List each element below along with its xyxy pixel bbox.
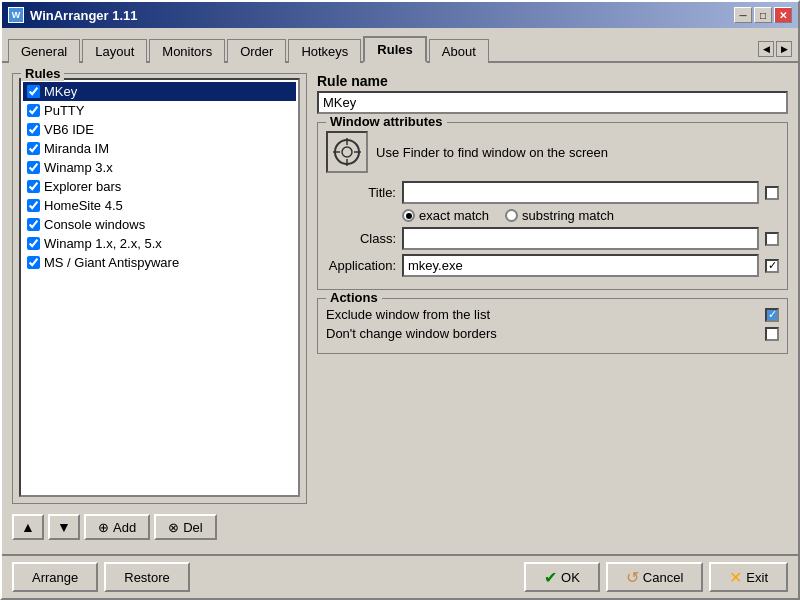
application-input[interactable]	[402, 254, 759, 277]
rule-label-9: MS / Giant Antispyware	[44, 255, 179, 270]
rule-checkbox-0[interactable]	[27, 85, 40, 98]
add-button[interactable]: ⊕ Add	[84, 514, 150, 540]
class-input[interactable]	[402, 227, 759, 250]
restore-button[interactable]: Restore	[104, 562, 190, 592]
substring-match-radio[interactable]: substring match	[505, 208, 614, 223]
tab-scroll-left[interactable]: ◀	[758, 41, 774, 57]
rule-label-1: PuTTY	[44, 103, 84, 118]
substring-match-circle	[505, 209, 518, 222]
rules-group: Rules MKey PuTTY VB6 IDE	[12, 73, 307, 504]
tab-rules[interactable]: Rules	[363, 36, 426, 63]
class-field-row: Class:	[326, 227, 779, 250]
list-item[interactable]: Winamp 1.x, 2.x, 5.x	[23, 234, 296, 253]
radio-row: exact match substring match	[326, 208, 779, 223]
tab-layout[interactable]: Layout	[82, 39, 147, 63]
maximize-button[interactable]: □	[754, 7, 772, 23]
actions-group: Actions Exclude window from the list Don…	[317, 298, 788, 354]
title-checkbox[interactable]	[765, 186, 779, 200]
finder-row: Use Finder to find window on the screen	[326, 131, 779, 173]
left-panel: Rules MKey PuTTY VB6 IDE	[12, 73, 307, 544]
rule-label-2: VB6 IDE	[44, 122, 94, 137]
list-item[interactable]: Miranda IM	[23, 139, 296, 158]
rule-checkbox-4[interactable]	[27, 161, 40, 174]
rule-label-8: Winamp 1.x, 2.x, 5.x	[44, 236, 162, 251]
ok-label: OK	[561, 570, 580, 585]
ok-button[interactable]: ✔ OK	[524, 562, 600, 592]
exit-button[interactable]: ✕ Exit	[709, 562, 788, 592]
exact-match-radio[interactable]: exact match	[402, 208, 489, 223]
tab-order[interactable]: Order	[227, 39, 286, 63]
tab-general[interactable]: General	[8, 39, 80, 63]
title-field-row: Title:	[326, 181, 779, 204]
window-attrs-group: Window attributes Use Finder to fi	[317, 122, 788, 290]
substring-match-label: substring match	[522, 208, 614, 223]
down-arrow-icon: ▼	[57, 519, 71, 535]
rule-checkbox-2[interactable]	[27, 123, 40, 136]
finder-button[interactable]	[326, 131, 368, 173]
list-item[interactable]: VB6 IDE	[23, 120, 296, 139]
rule-label-7: Console windows	[44, 217, 145, 232]
window-attrs-label: Window attributes	[326, 114, 447, 129]
list-item[interactable]: Winamp 3.x	[23, 158, 296, 177]
list-item[interactable]: PuTTY	[23, 101, 296, 120]
restore-label: Restore	[124, 570, 170, 585]
right-panel: Rule name Window attributes	[317, 73, 788, 544]
exit-icon: ✕	[729, 568, 742, 587]
tab-bar: General Layout Monitors Order Hotkeys Ru…	[2, 28, 798, 63]
rule-label-0: MKey	[44, 84, 77, 99]
title-bar: W WinArranger 1.11 ─ □ ✕	[2, 2, 798, 28]
action-label-1: Don't change window borders	[326, 326, 497, 341]
list-item[interactable]: Console windows	[23, 215, 296, 234]
rule-checkbox-6[interactable]	[27, 199, 40, 212]
rule-checkbox-1[interactable]	[27, 104, 40, 117]
list-item[interactable]: HomeSite 4.5	[23, 196, 296, 215]
rule-checkbox-8[interactable]	[27, 237, 40, 250]
left-buttons: ▲ ▼ ⊕ Add ⊗ Del	[12, 510, 307, 544]
rule-checkbox-5[interactable]	[27, 180, 40, 193]
action-row-0: Exclude window from the list	[326, 307, 779, 322]
rule-checkbox-3[interactable]	[27, 142, 40, 155]
del-label: Del	[183, 520, 203, 535]
move-down-button[interactable]: ▼	[48, 514, 80, 540]
list-item[interactable]: MKey	[23, 82, 296, 101]
rule-label-5: Explorer bars	[44, 179, 121, 194]
del-icon: ⊗	[168, 520, 179, 535]
action-checkbox-0[interactable]	[765, 308, 779, 322]
application-label: Application:	[326, 258, 396, 273]
rule-name-input[interactable]	[317, 91, 788, 114]
rule-label-4: Winamp 3.x	[44, 160, 113, 175]
tab-hotkeys[interactable]: Hotkeys	[288, 39, 361, 63]
move-up-button[interactable]: ▲	[12, 514, 44, 540]
cancel-button[interactable]: ↺ Cancel	[606, 562, 703, 592]
cancel-icon: ↺	[626, 568, 639, 587]
title-buttons: ─ □ ✕	[734, 7, 792, 23]
title-input[interactable]	[402, 181, 759, 204]
action-row-1: Don't change window borders	[326, 326, 779, 341]
window-title: WinArranger 1.11	[30, 8, 138, 23]
tab-about[interactable]: About	[429, 39, 489, 63]
rule-label-3: Miranda IM	[44, 141, 109, 156]
application-checkbox[interactable]	[765, 259, 779, 273]
actions-label: Actions	[326, 290, 382, 305]
list-item[interactable]: MS / Giant Antispyware	[23, 253, 296, 272]
del-button[interactable]: ⊗ Del	[154, 514, 217, 540]
add-icon: ⊕	[98, 520, 109, 535]
minimize-button[interactable]: ─	[734, 7, 752, 23]
tab-monitors[interactable]: Monitors	[149, 39, 225, 63]
close-button[interactable]: ✕	[774, 7, 792, 23]
rule-checkbox-9[interactable]	[27, 256, 40, 269]
main-content: Rules MKey PuTTY VB6 IDE	[2, 63, 798, 554]
action-label-0: Exclude window from the list	[326, 307, 490, 322]
list-item[interactable]: Explorer bars	[23, 177, 296, 196]
ok-icon: ✔	[544, 568, 557, 587]
arrange-button[interactable]: Arrange	[12, 562, 98, 592]
tab-scroll-right[interactable]: ▶	[776, 41, 792, 57]
exact-match-circle	[402, 209, 415, 222]
rules-list[interactable]: MKey PuTTY VB6 IDE Miranda IM	[19, 78, 300, 497]
rule-checkbox-7[interactable]	[27, 218, 40, 231]
finder-crosshair-icon	[332, 137, 362, 167]
class-checkbox[interactable]	[765, 232, 779, 246]
svg-point-1	[342, 147, 352, 157]
bottom-bar: Arrange Restore ✔ OK ↺ Cancel ✕ Exit	[2, 554, 798, 598]
action-checkbox-1[interactable]	[765, 327, 779, 341]
